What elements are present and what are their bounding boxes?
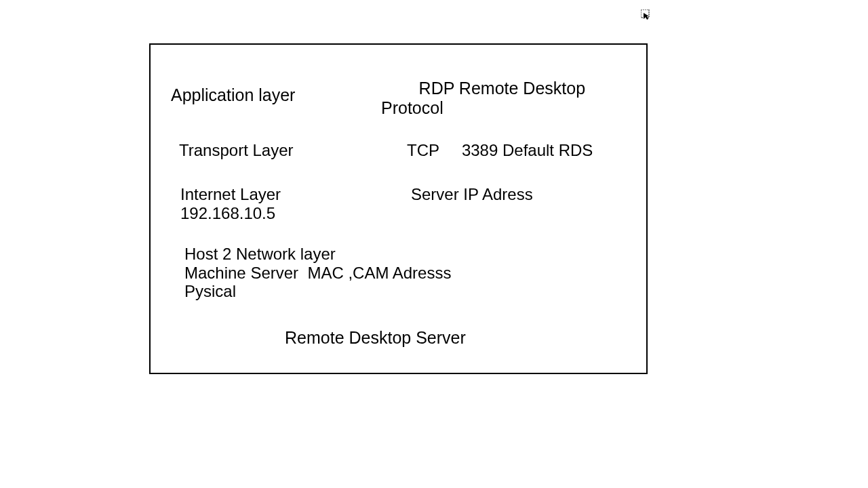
internet-layer-detail: Server IP Adress [411, 185, 533, 204]
application-layer-label: Application layer [171, 85, 295, 105]
application-layer-protocol: RDP Remote Desktop Protocol [381, 79, 618, 118]
transport-layer-protocol: TCP 3389 Default RDS [407, 141, 593, 160]
transport-layer-label: Transport Layer [179, 141, 294, 160]
diagram-footer-title: Remote Desktop Server [285, 328, 466, 348]
internet-layer-ip: 192.168.10.5 [180, 204, 275, 223]
cursor-select-icon [641, 9, 650, 20]
internet-layer-label: Internet Layer [180, 185, 281, 204]
host-to-network-layer-label: Host 2 Network layer Machine Server MAC … [184, 245, 456, 301]
network-layers-diagram: Application layer RDP Remote Desktop Pro… [149, 43, 648, 374]
